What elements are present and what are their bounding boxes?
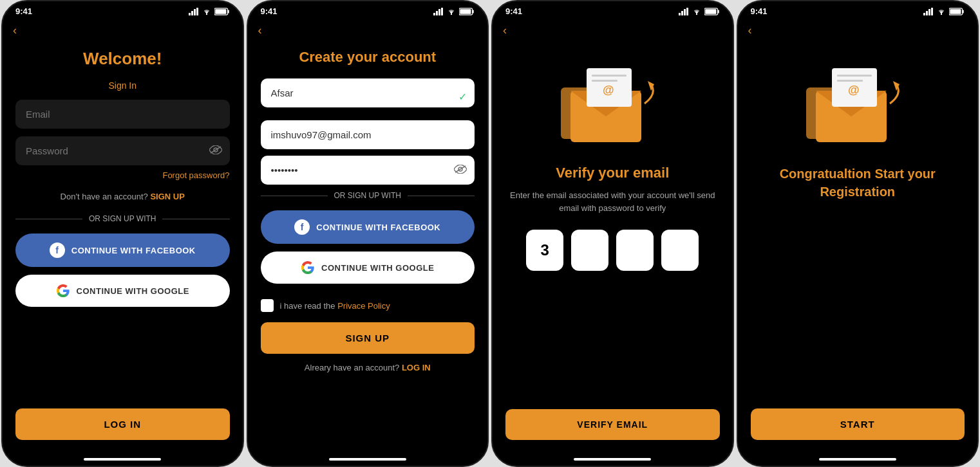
status-time-1: 9:41 (15, 6, 32, 16)
otp-box-1[interactable]: 3 (526, 230, 563, 271)
divider-line-left-2 (261, 196, 328, 196)
signal-icon-1 (189, 8, 199, 15)
name-input[interactable] (261, 78, 475, 107)
screen2-content: Create your account ✓ Afsar OR SIGN UP W… (248, 42, 488, 453)
otp-row: 3 (505, 230, 720, 271)
congrats-illustration: @ (751, 55, 965, 152)
divider-line-right-2 (408, 196, 475, 196)
status-icons-3 (679, 8, 720, 15)
svg-rect-26 (718, 10, 719, 13)
svg-point-24 (695, 13, 697, 14)
divider-line-left-1 (15, 219, 82, 219)
congrats-svg: @ (793, 55, 922, 152)
google-button-1[interactable]: CONTINUE WITH GOOGLE (15, 275, 230, 307)
status-bar-2: 9:41 (248, 1, 488, 19)
forgot-password-link[interactable]: Forgot password? (15, 170, 230, 180)
battery-icon-2 (459, 8, 475, 15)
svg-rect-7 (215, 9, 226, 14)
password-wrap (15, 136, 230, 165)
wifi-icon-4 (936, 8, 947, 15)
status-bar-1: 9:41 (3, 1, 243, 19)
privacy-link[interactable]: Privace Policy (337, 301, 390, 311)
envelope-svg: @ (548, 55, 677, 152)
privacy-text: i have read the Privace Policy (280, 301, 390, 311)
wifi-icon-2 (446, 8, 457, 15)
or-text-2: OR SIGN UP WITH (334, 191, 401, 200)
facebook-btn-label-1: CONTINUE WITH FACEBOOK (71, 246, 196, 255)
screen3-frame: 9:41 ‹ (491, 0, 734, 467)
svg-rect-16 (473, 10, 474, 13)
or-divider-2: OR SIGN UP WITH (261, 191, 475, 200)
welcome-title: Welcome! (15, 49, 230, 69)
svg-rect-22 (684, 9, 686, 15)
google-btn-label-1: CONTINUE WITH GOOGLE (77, 286, 189, 296)
email-input[interactable] (15, 100, 230, 129)
svg-rect-38 (928, 9, 930, 15)
svg-rect-1 (191, 11, 193, 15)
svg-rect-33 (592, 80, 617, 82)
svg-rect-13 (441, 8, 443, 15)
name-input-wrap: ✓ (261, 78, 475, 114)
login-button[interactable]: LOG IN (15, 408, 230, 440)
battery-icon-1 (214, 8, 230, 15)
password-input-2[interactable] (261, 156, 475, 185)
svg-rect-2 (194, 9, 196, 15)
facebook-button-1[interactable]: f CONTINUE WITH FACEBOOK (15, 234, 230, 267)
svg-rect-36 (923, 13, 925, 15)
password-input[interactable] (15, 136, 230, 165)
otp-box-3[interactable] (616, 230, 654, 271)
screen1-content: Welcome! Sign In Forgot password? Don't … (3, 42, 243, 453)
svg-rect-20 (679, 13, 681, 15)
create-account-title: Create your account (261, 49, 475, 66)
no-account-text: Don't have an account? (61, 192, 148, 201)
svg-rect-39 (931, 8, 933, 15)
verify-description: Enter the email associated with your acc… (505, 189, 720, 214)
eye-icon[interactable] (209, 145, 222, 157)
status-icons-4 (923, 8, 965, 15)
back-button-1[interactable]: ‹ (3, 19, 243, 42)
back-button-2[interactable]: ‹ (248, 19, 488, 42)
back-button-3[interactable]: ‹ (493, 19, 733, 42)
facebook-icon-2: f (294, 219, 310, 235)
otp-box-4[interactable] (661, 230, 699, 271)
no-account-row: Don't have an account? SIGN UP (15, 192, 230, 201)
svg-rect-37 (926, 11, 928, 15)
svg-point-4 (205, 13, 207, 14)
facebook-btn-label-2: CONTINUE WITH FACEBOOK (316, 223, 440, 232)
start-button[interactable]: START (751, 408, 965, 440)
email-input-2[interactable] (261, 120, 475, 149)
login-link[interactable]: LOG IN (402, 363, 431, 372)
google-button-2[interactable]: CONTINUE WITH GOOGLE (261, 252, 475, 284)
svg-rect-12 (438, 9, 440, 15)
status-bar-3: 9:41 (493, 1, 733, 19)
facebook-button-2[interactable]: f CONTINUE WITH FACEBOOK (261, 210, 475, 244)
signup-button[interactable]: SIGN UP (261, 322, 475, 354)
signal-icon-3 (679, 8, 689, 15)
svg-rect-23 (686, 8, 688, 15)
screen3-content: @ Verify your email Enter the email asso… (493, 42, 733, 453)
screen4-frame: 9:41 ‹ (737, 0, 979, 467)
svg-rect-27 (705, 9, 716, 14)
back-button-4[interactable]: ‹ (738, 19, 978, 42)
wifi-icon-1 (202, 8, 212, 15)
svg-rect-10 (433, 13, 435, 15)
status-time-3: 9:41 (505, 6, 522, 16)
home-indicator-1 (84, 458, 161, 461)
svg-rect-17 (460, 9, 471, 14)
signal-icon-4 (923, 8, 934, 15)
eye-icon-2[interactable] (454, 165, 467, 176)
email-illustration: @ (505, 55, 720, 152)
screen2-frame: 9:41 ‹ Create your account (247, 0, 489, 467)
signup-link[interactable]: SIGN UP (150, 192, 184, 201)
name-check-icon: ✓ (458, 90, 467, 102)
verify-button[interactable]: VERIFY EMAIL (505, 409, 720, 440)
status-icons-1 (189, 8, 230, 15)
status-time-2: 9:41 (261, 6, 278, 16)
sign-in-label: Sign In (15, 80, 230, 91)
svg-rect-6 (228, 10, 229, 13)
otp-box-2[interactable] (571, 230, 608, 271)
status-time-4: 9:41 (751, 6, 768, 16)
or-divider-1: OR SIGN UP WITH (15, 214, 230, 223)
battery-icon-4 (949, 8, 965, 15)
privacy-checkbox[interactable] (261, 299, 274, 312)
